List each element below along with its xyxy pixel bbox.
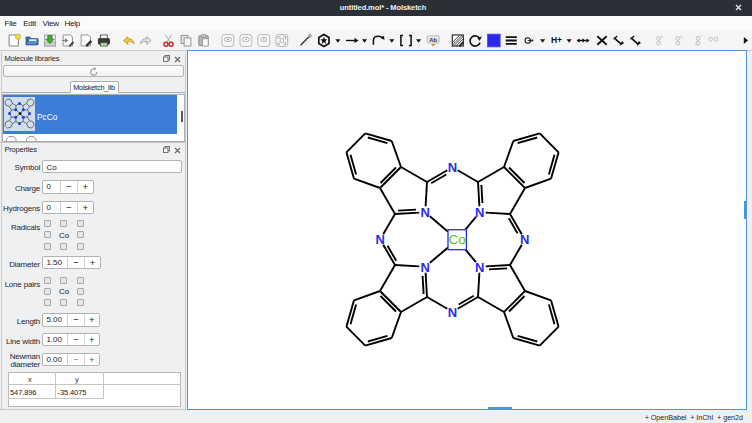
- svg-text:N: N: [520, 232, 529, 247]
- svg-text:N: N: [475, 205, 484, 220]
- svg-text:N: N: [421, 260, 430, 275]
- svg-text:N: N: [376, 232, 385, 247]
- svg-text:N: N: [448, 160, 457, 175]
- svg-text:Co: Co: [449, 232, 466, 247]
- svg-text:N: N: [448, 305, 457, 320]
- svg-text:N: N: [421, 205, 430, 220]
- svg-text:N: N: [475, 260, 484, 275]
